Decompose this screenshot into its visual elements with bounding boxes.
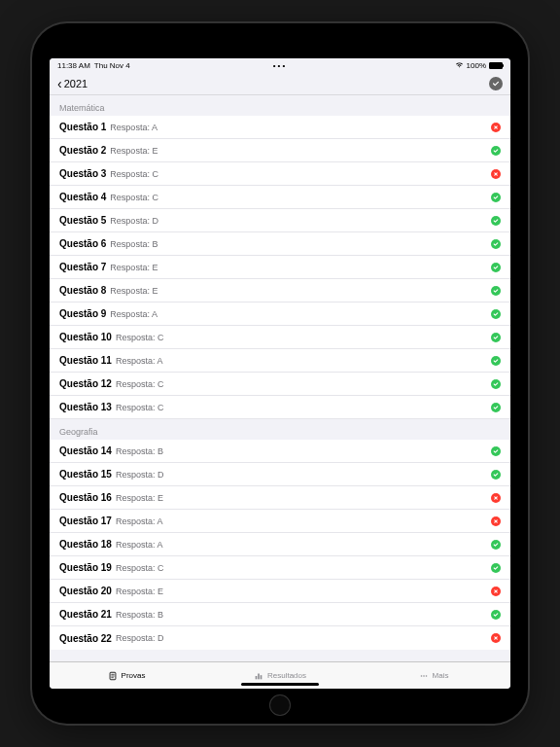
wrong-icon xyxy=(491,123,501,132)
question-row[interactable]: Questão 13Resposta: C xyxy=(50,396,510,419)
question-label: Questão 14 xyxy=(59,445,112,456)
svg-rect-5 xyxy=(258,673,260,679)
battery-pct: 100% xyxy=(467,61,486,70)
answer-text: Resposta: C xyxy=(110,193,158,202)
question-row[interactable]: Questão 1Resposta: A xyxy=(50,116,510,139)
tab-mais[interactable]: Mais xyxy=(357,662,510,689)
question-row[interactable]: Questão 8Resposta: E xyxy=(50,279,510,302)
question-row[interactable]: Questão 21Resposta: B xyxy=(50,603,510,626)
chart-icon xyxy=(254,671,263,681)
question-label: Questão 17 xyxy=(59,516,112,526)
question-row[interactable]: Questão 5Resposta: D xyxy=(50,209,510,232)
chevron-left-icon: ‹ xyxy=(57,77,62,90)
done-button[interactable] xyxy=(489,77,503,90)
question-label: Questão 10 xyxy=(59,332,112,342)
svg-rect-6 xyxy=(261,675,262,679)
answer-text: Resposta: D xyxy=(116,633,164,643)
answer-text: Resposta: C xyxy=(116,379,164,389)
question-row[interactable]: Questão 6Resposta: B xyxy=(50,232,510,256)
question-row[interactable]: Questão 11Resposta: A xyxy=(50,349,510,373)
check-icon xyxy=(492,80,500,88)
question-label: Questão 1 xyxy=(59,122,106,132)
question-row[interactable]: Questão 15Resposta: D xyxy=(50,463,510,486)
question-list[interactable]: MatemáticaQuestão 1Resposta: AQuestão 2R… xyxy=(50,95,510,661)
question-row[interactable]: Questão 3Resposta: C xyxy=(50,162,510,186)
back-button[interactable]: ‹ 2021 xyxy=(57,77,88,90)
question-row[interactable]: Questão 12Resposta: C xyxy=(50,373,510,396)
question-label: Questão 5 xyxy=(59,215,106,226)
answer-text: Resposta: E xyxy=(110,146,158,156)
tab-provas[interactable]: Provas xyxy=(50,662,203,689)
answer-text: Resposta: E xyxy=(110,286,158,296)
question-label: Questão 9 xyxy=(59,308,106,319)
svg-point-9 xyxy=(425,675,427,677)
answer-text: Resposta: A xyxy=(116,516,163,526)
question-label: Questão 4 xyxy=(59,192,106,202)
answer-text: Resposta: A xyxy=(116,540,163,550)
question-row[interactable]: Questão 20Resposta: E xyxy=(50,580,510,603)
question-label: Questão 19 xyxy=(59,562,112,573)
answer-text: Resposta: C xyxy=(116,403,164,412)
answer-text: Resposta: A xyxy=(110,123,158,132)
question-row[interactable]: Questão 14Resposta: B xyxy=(50,440,510,463)
more-icon xyxy=(419,671,429,681)
tab-label: Resultados xyxy=(267,671,306,680)
answer-text: Resposta: A xyxy=(116,356,163,366)
question-label: Questão 11 xyxy=(59,355,112,366)
correct-icon xyxy=(491,379,501,389)
wrong-icon xyxy=(491,633,501,643)
question-label: Questão 22 xyxy=(59,633,112,644)
correct-icon xyxy=(491,356,501,366)
correct-icon xyxy=(491,239,501,249)
wrong-icon xyxy=(491,516,501,526)
correct-icon xyxy=(491,309,501,319)
question-row[interactable]: Questão 7Resposta: E xyxy=(50,256,510,279)
question-label: Questão 16 xyxy=(59,492,112,503)
wrong-icon xyxy=(491,493,501,503)
question-row[interactable]: Questão 4Resposta: C xyxy=(50,186,510,209)
question-row[interactable]: Questão 18Resposta: A xyxy=(50,533,510,556)
question-row[interactable]: Questão 9Resposta: A xyxy=(50,302,510,326)
question-row[interactable]: Questão 19Resposta: C xyxy=(50,556,510,580)
question-label: Questão 15 xyxy=(59,469,112,480)
question-row[interactable]: Questão 22Resposta: D xyxy=(50,626,510,650)
question-label: Questão 21 xyxy=(59,609,112,620)
section-header: Matemática xyxy=(50,95,510,116)
nav-bar: ‹ 2021 xyxy=(50,72,510,95)
section-header: Geografia xyxy=(50,419,510,440)
question-label: Questão 7 xyxy=(59,262,106,272)
correct-icon xyxy=(491,470,501,480)
wifi-icon xyxy=(455,61,464,70)
correct-icon xyxy=(491,146,501,156)
question-row[interactable]: Questão 16Resposta: E xyxy=(50,486,510,510)
question-label: Questão 12 xyxy=(59,378,112,389)
question-row[interactable]: Questão 2Resposta: E xyxy=(50,139,510,162)
svg-point-7 xyxy=(420,675,422,677)
doc-icon xyxy=(108,671,118,681)
correct-icon xyxy=(491,263,501,272)
tab-label: Mais xyxy=(433,671,449,680)
tab-bar: Provas Resultados Mais xyxy=(50,661,510,689)
wrong-icon xyxy=(491,169,501,179)
correct-icon xyxy=(491,610,501,620)
correct-icon xyxy=(491,540,501,550)
question-label: Questão 2 xyxy=(59,145,106,156)
home-indicator xyxy=(241,683,319,686)
tab-label: Provas xyxy=(122,671,146,680)
answer-text: Resposta: E xyxy=(110,263,158,272)
home-button[interactable] xyxy=(269,694,291,716)
answer-text: Resposta: E xyxy=(116,587,163,596)
multitask-dots-icon: ••• xyxy=(273,61,287,70)
correct-icon xyxy=(491,333,501,342)
answer-text: Resposta: B xyxy=(116,446,163,456)
answer-text: Resposta: B xyxy=(110,239,158,249)
answer-text: Resposta: C xyxy=(116,333,164,342)
answer-text: Resposta: C xyxy=(110,169,158,179)
question-row[interactable]: Questão 17Resposta: A xyxy=(50,510,510,533)
correct-icon xyxy=(491,286,501,296)
question-row[interactable]: Questão 10Resposta: C xyxy=(50,326,510,349)
question-label: Questão 8 xyxy=(59,285,106,296)
answer-text: Resposta: D xyxy=(110,216,158,226)
correct-icon xyxy=(491,563,501,573)
answer-text: Resposta: B xyxy=(116,610,163,620)
